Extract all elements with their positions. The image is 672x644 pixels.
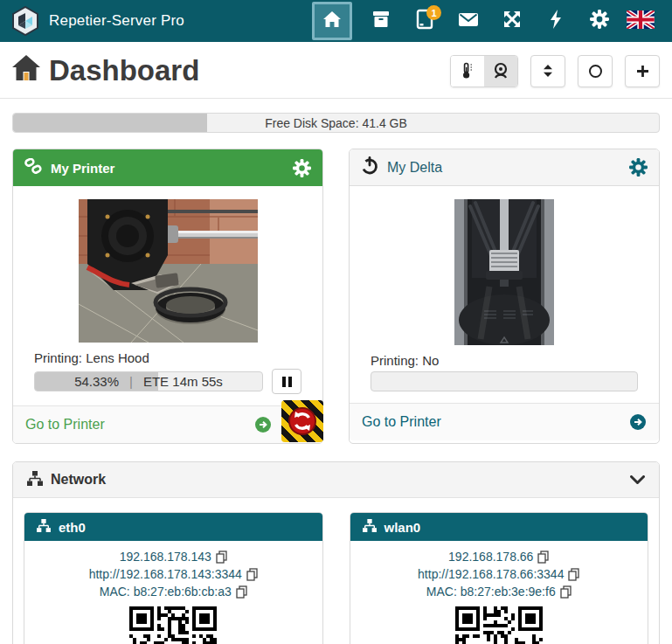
network-card-header: eth0: [24, 513, 322, 541]
webcam-image-my-printer: [79, 199, 258, 343]
interface-mac-line: MAC: b8:27:eb:6b:cb:a3: [30, 583, 317, 600]
nav-notifications-button[interactable]: 1: [403, 0, 447, 42]
interface-ip-line: 192.168.178.143: [30, 548, 317, 565]
printer-card-footer: Go to Printer: [13, 405, 322, 443]
printer-settings-gear[interactable]: [293, 159, 311, 177]
temperature-view-button[interactable]: [451, 56, 484, 87]
copy-icon[interactable]: [236, 585, 247, 599]
navbar-icons: 1: [312, 0, 660, 42]
print-progress-label: 54.33% | ETE 14m 55s: [35, 372, 262, 391]
app-title: Repetier-Server Pro: [49, 12, 184, 30]
page-title-text: Dashboard: [49, 54, 199, 87]
network-card-wlan0: wlan0 192.168.178.66 http://192.168.178.…: [350, 512, 649, 644]
go-to-printer-link[interactable]: Go to Printer: [362, 414, 441, 430]
interface-mac: MAC: b8:27:eb:6b:cb:a3: [100, 583, 232, 600]
interface-ip: 192.168.178.66: [448, 548, 533, 565]
view-toggle-group: [450, 55, 518, 87]
free-disk-space-bar: Free Disk Space: 41.4 GB: [12, 113, 660, 133]
network-card-body: 192.168.178.66 http://192.168.178.66:334…: [350, 541, 648, 644]
print-progress-row: [371, 371, 638, 391]
network-panel-body: eth0 192.168.178.143 http://192.168.178.…: [13, 497, 659, 644]
printer-name: My Printer: [51, 161, 114, 176]
printer-status-label: Printing: No: [371, 353, 638, 368]
network-card-header: wlan0: [350, 513, 648, 541]
printer-name: My Delta: [387, 160, 442, 176]
network-icon: [363, 519, 377, 536]
network-panel-title: Network: [51, 472, 106, 488]
page-title: Dashboard: [12, 54, 199, 87]
progress-ete-text: ETE 14m 55s: [143, 374, 223, 389]
interface-ip-line: 192.168.178.66: [356, 548, 643, 565]
home-icon: [322, 10, 342, 31]
interface-mac: MAC: b8:27:eb:3e:9e:f6: [426, 583, 556, 600]
dashboard-home-icon: [12, 54, 40, 87]
printer-status-label: Printing: Lens Hood: [34, 350, 301, 365]
network-panel: Network eth0 1: [12, 461, 660, 644]
printer-card-header: My Printer: [13, 149, 322, 186]
nav-home-button[interactable]: [312, 2, 352, 40]
emergency-stop-button[interactable]: [281, 400, 323, 442]
network-panel-header[interactable]: Network: [13, 462, 659, 497]
printer-card-body: Printing: Lens Hood 54.33% | ETE 14m 55s: [13, 186, 322, 405]
interface-url-line: http://192.168.178.143:3344: [30, 565, 317, 583]
webcam-image-my-delta: [454, 199, 554, 345]
interface-name: eth0: [59, 520, 86, 535]
printer-settings-gear[interactable]: [629, 158, 648, 177]
copy-icon[interactable]: [246, 568, 258, 581]
network-icon: [37, 519, 51, 536]
print-progress-bar: 54.33% | ETE 14m 55s: [34, 371, 263, 391]
qr-code-eth0: [129, 606, 217, 644]
print-progress-bar: [371, 371, 638, 391]
go-to-printer-link[interactable]: Go to Printer: [25, 417, 105, 433]
printer-card-header: My Delta: [350, 149, 659, 186]
interface-mac-line: MAC: b8:27:eb:3e:9e:f6: [356, 583, 643, 600]
gear-icon: [590, 10, 609, 32]
network-card-eth0: eth0 192.168.178.143 http://192.168.178.…: [24, 512, 323, 644]
nav-power-button[interactable]: [534, 0, 578, 42]
link-icon: [24, 158, 42, 177]
printer-card-body: Printing: No: [350, 186, 659, 403]
webcam-view-button[interactable]: [484, 56, 517, 87]
printer-card-my-delta: My Delta: [349, 149, 660, 444]
interface-ip: 192.168.178.143: [120, 548, 211, 565]
printer-box-icon: [371, 10, 391, 31]
network-icon: [27, 471, 43, 489]
printer-cards-row: My Printer: [0, 149, 672, 444]
chevron-down-icon[interactable]: [630, 475, 645, 485]
copy-icon[interactable]: [216, 551, 227, 564]
interface-url[interactable]: http://192.168.178.143:3344: [89, 565, 242, 583]
qr-code-wlan0: [455, 606, 543, 644]
nav-settings-button[interactable]: [578, 0, 621, 42]
power-icon: [361, 156, 378, 178]
page-header: Dashboard: [0, 42, 672, 99]
nav-messages-button[interactable]: [447, 0, 490, 42]
progress-separator: |: [129, 374, 133, 389]
expand-arrows-icon: [502, 10, 522, 32]
nav-language-button[interactable]: [621, 0, 660, 42]
go-to-printer-arrow-icon[interactable]: [629, 413, 647, 431]
interface-url[interactable]: http://192.168.178.66:3344: [418, 565, 564, 583]
free-disk-space-label: Free Disk Space: 41.4 GB: [13, 114, 659, 132]
envelope-icon: [458, 12, 479, 31]
lightning-icon: [550, 10, 562, 32]
repetier-logo: [10, 6, 40, 36]
print-progress-row: 54.33% | ETE 14m 55s: [34, 369, 301, 394]
progress-percent-text: 54.33%: [74, 374, 119, 389]
pause-button[interactable]: [272, 369, 301, 394]
printer-card-footer: Go to Printer: [350, 403, 659, 440]
top-navbar: Repetier-Server Pro: [0, 0, 672, 42]
header-buttons: [450, 55, 660, 87]
interface-name: wlan0: [384, 520, 421, 535]
add-printer-button[interactable]: [625, 55, 660, 87]
network-card-body: 192.168.178.143 http://192.168.178.143:3…: [24, 541, 322, 644]
copy-icon[interactable]: [560, 585, 572, 599]
notification-badge: 1: [426, 5, 441, 20]
circle-filter-button[interactable]: [578, 55, 613, 87]
go-to-printer-arrow-icon[interactable]: [254, 416, 272, 433]
nav-printers-button[interactable]: [359, 0, 403, 42]
nav-move-button[interactable]: [490, 0, 534, 42]
copy-icon[interactable]: [568, 568, 579, 581]
uk-flag-icon: [627, 10, 655, 32]
reorder-button[interactable]: [530, 55, 565, 87]
copy-icon[interactable]: [537, 551, 549, 564]
